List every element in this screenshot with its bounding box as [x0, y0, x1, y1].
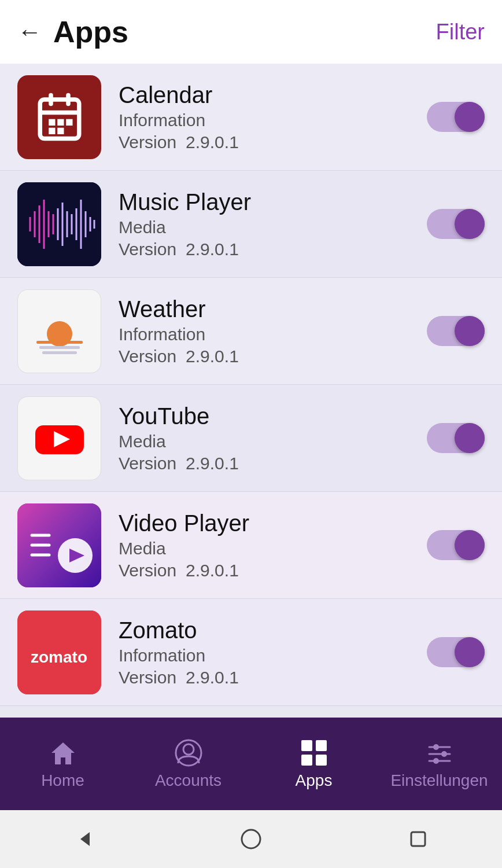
- svg-rect-56: [411, 832, 425, 846]
- app-icon-weather: [17, 289, 101, 373]
- svg-rect-30: [42, 351, 77, 354]
- app-version: Version2.9.0.1: [119, 133, 427, 152]
- nav-item-einstellungen[interactable]: Einstellungen: [376, 732, 502, 796]
- svg-rect-4: [49, 119, 55, 126]
- back-sys-button[interactable]: [69, 825, 98, 854]
- app-category: Media: [119, 218, 427, 237]
- nav-label-accounts: Accounts: [155, 771, 222, 790]
- app-version: Version2.9.0.1: [119, 454, 427, 473]
- recents-sys-button[interactable]: [404, 825, 433, 854]
- nav-item-accounts[interactable]: Accounts: [126, 732, 251, 796]
- svg-text:zomato: zomato: [31, 648, 87, 666]
- nav-label-home: Home: [41, 771, 84, 790]
- app-icon-zomato: zomato: [17, 610, 101, 694]
- app-list: Calendar Information Version2.9.0.1: [0, 64, 502, 706]
- svg-rect-6: [66, 119, 72, 126]
- svg-point-49: [433, 744, 439, 750]
- app-toggle-calendar[interactable]: [427, 102, 485, 132]
- svg-point-51: [441, 751, 447, 757]
- app-name: Weather: [119, 296, 427, 322]
- app-name: YouTube: [119, 403, 427, 429]
- bottom-nav: Home Accounts Apps Einstellungen: [0, 718, 502, 810]
- app-version: Version2.9.0.1: [119, 347, 427, 366]
- app-name: Calendar: [119, 82, 427, 108]
- svg-point-43: [183, 744, 194, 755]
- app-category: Media: [119, 432, 427, 451]
- app-info-video: Video Player Media Version2.9.0.1: [119, 510, 427, 580]
- system-nav-bar: [0, 810, 502, 868]
- header: ← Apps Filter: [0, 0, 502, 64]
- app-category: Information: [119, 325, 427, 344]
- back-button[interactable]: ←: [17, 20, 42, 44]
- app-category: Information: [119, 111, 427, 130]
- list-item: Video Player Media Version2.9.0.1: [0, 492, 502, 599]
- svg-point-55: [242, 830, 260, 848]
- home-sys-button[interactable]: [237, 825, 265, 854]
- list-item: zomato Zomato Information Version2.9.0.1: [0, 599, 502, 706]
- list-item: Weather Information Version2.9.0.1: [0, 278, 502, 385]
- app-info-music: Music Player Media Version2.9.0.1: [119, 189, 427, 259]
- nav-item-home[interactable]: Home: [0, 732, 126, 796]
- list-item: YouTube Media Version2.9.0.1: [0, 385, 502, 492]
- app-version: Version2.9.0.1: [119, 561, 427, 580]
- app-version: Version2.9.0.1: [119, 240, 427, 259]
- svg-rect-5: [57, 119, 64, 126]
- svg-rect-29: [39, 346, 80, 349]
- app-name: Video Player: [119, 510, 427, 536]
- filter-button[interactable]: Filter: [436, 20, 485, 45]
- nav-item-apps[interactable]: Apps: [251, 732, 376, 796]
- svg-marker-54: [80, 832, 90, 846]
- svg-rect-7: [49, 128, 55, 134]
- svg-rect-47: [316, 755, 327, 766]
- nav-label-einstellungen: Einstellungen: [390, 771, 488, 790]
- app-icon-video: [17, 503, 101, 587]
- app-icon-youtube: [17, 396, 101, 480]
- app-info-zomato: Zomato Information Version2.9.0.1: [119, 617, 427, 687]
- svg-rect-8: [57, 128, 64, 134]
- list-item: Calendar Information Version2.9.0.1: [0, 64, 502, 171]
- svg-rect-46: [301, 755, 312, 766]
- app-toggle-music[interactable]: [427, 209, 485, 239]
- app-toggle-weather[interactable]: [427, 316, 485, 346]
- nav-label-apps: Apps: [296, 771, 333, 790]
- svg-rect-44: [301, 740, 312, 751]
- svg-point-53: [433, 758, 439, 764]
- app-icon-calendar: [17, 75, 101, 159]
- app-toggle-youtube[interactable]: [427, 423, 485, 453]
- svg-rect-28: [36, 341, 83, 344]
- svg-rect-45: [316, 740, 327, 751]
- app-info-weather: Weather Information Version2.9.0.1: [119, 296, 427, 366]
- app-name: Music Player: [119, 189, 427, 215]
- app-category: Information: [119, 646, 427, 665]
- app-toggle-video[interactable]: [427, 530, 485, 560]
- app-name: Zomato: [119, 617, 427, 643]
- list-item: Music Player Media Version2.9.0.1: [0, 171, 502, 278]
- app-info-calendar: Calendar Information Version2.9.0.1: [119, 82, 427, 152]
- app-info-youtube: YouTube Media Version2.9.0.1: [119, 403, 427, 473]
- app-icon-music: [17, 182, 101, 266]
- app-category: Media: [119, 539, 427, 558]
- page-title: Apps: [53, 14, 436, 49]
- app-toggle-zomato[interactable]: [427, 637, 485, 667]
- app-version: Version2.9.0.1: [119, 668, 427, 687]
